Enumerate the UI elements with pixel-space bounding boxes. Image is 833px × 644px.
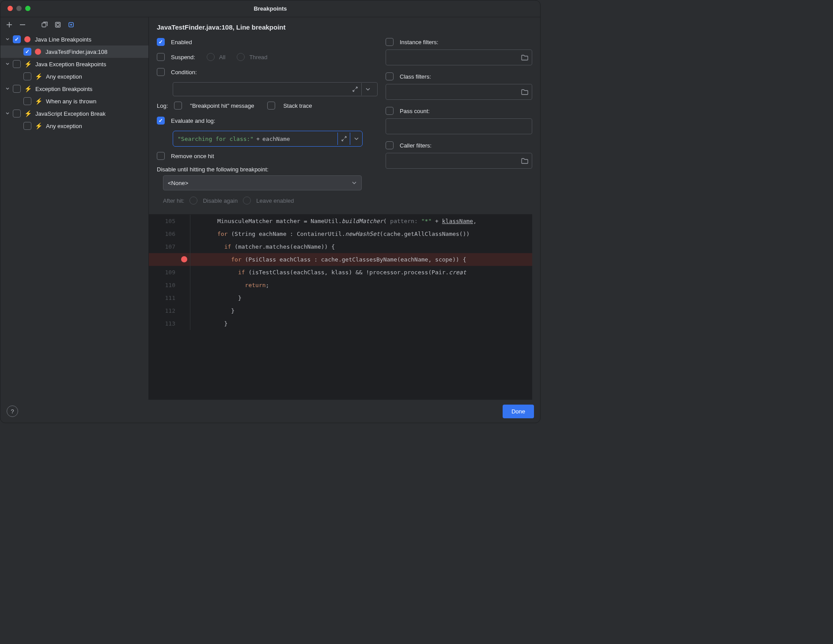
tree-checkbox[interactable] (23, 72, 31, 80)
breakpoint-tree: Java Line Breakpoints JavaTestFinder.jav… (0, 32, 148, 132)
breakpoints-sidebar: Java Line Breakpoints JavaTestFinder.jav… (0, 17, 149, 400)
line-number: 105 (149, 215, 180, 227)
instance-filters-checkbox[interactable] (386, 38, 394, 46)
close-window-button[interactable] (8, 6, 13, 11)
help-button[interactable]: ? (7, 405, 18, 417)
gutter[interactable] (180, 266, 190, 279)
zoom-window-button[interactable] (25, 6, 30, 11)
gutter[interactable] (180, 215, 190, 227)
log-bphit-checkbox[interactable] (174, 102, 182, 110)
after-hit-label: After hit: (163, 197, 184, 204)
gutter[interactable] (180, 279, 190, 292)
code-text: } (197, 292, 242, 304)
footer: ? Done (0, 400, 540, 423)
exception-bolt-icon: ⚡ (24, 85, 32, 92)
chevron-down-icon[interactable] (4, 61, 11, 68)
breakpoint-dot-icon[interactable] (181, 256, 187, 262)
tree-checkbox[interactable] (23, 97, 31, 105)
pass-count-label: Pass count: (400, 108, 430, 114)
gutter[interactable] (180, 317, 190, 330)
suspend-checkbox[interactable] (157, 53, 165, 61)
tree-group[interactable]: Java Line Breakpoints (0, 33, 148, 45)
chevron-down-icon[interactable] (4, 36, 11, 43)
add-icon[interactable] (6, 21, 13, 28)
line-number: 107 (149, 241, 180, 253)
instance-filters-label: Instance filters: (400, 39, 438, 45)
view-options-icon[interactable] (68, 21, 75, 28)
eval-identifier: eachName (262, 136, 290, 142)
log-stack-label: Stack trace (283, 102, 312, 109)
gutter[interactable] (180, 292, 190, 304)
tree-item[interactable]: ⚡ When any is thrown (0, 95, 148, 107)
tree-group-label: Exception Breakpoints (35, 86, 92, 92)
condition-input[interactable] (173, 82, 378, 96)
tree-group[interactable]: ⚡ JavaScript Exception Break (0, 107, 148, 120)
svg-rect-1 (56, 23, 61, 27)
done-button[interactable]: Done (503, 405, 534, 418)
window-controls (8, 6, 30, 11)
chevron-down-icon[interactable] (4, 110, 11, 117)
instance-filters-input[interactable] (386, 49, 532, 65)
code-text: MinusculeMatcher matcher = NameUtil.buil… (197, 215, 477, 227)
gutter[interactable] (180, 253, 190, 266)
tree-item-label: JavaTestFinder.java:108 (45, 49, 107, 55)
remove-icon[interactable] (19, 21, 26, 28)
eval-expression-input[interactable]: "Searching for class:" + eachName (173, 131, 363, 147)
caller-filters-checkbox[interactable] (386, 141, 394, 149)
enabled-checkbox[interactable] (157, 38, 165, 46)
after-hit-leave-radio[interactable] (243, 197, 251, 205)
tree-group[interactable]: ⚡ Exception Breakpoints (0, 83, 148, 95)
caller-filters-input[interactable] (386, 153, 532, 169)
folder-icon[interactable] (521, 89, 528, 95)
folder-icon[interactable] (521, 158, 528, 164)
suspend-all-radio[interactable] (207, 53, 215, 61)
folder-icon[interactable] (521, 54, 528, 61)
log-stack-checkbox[interactable] (267, 102, 275, 110)
condition-checkbox[interactable] (157, 68, 165, 76)
exception-bolt-icon: ⚡ (24, 61, 32, 68)
tree-checkbox[interactable] (13, 85, 21, 93)
eval-label: Evaluate and log: (171, 117, 215, 124)
gutter[interactable] (180, 227, 190, 240)
tree-checkbox[interactable] (13, 35, 21, 43)
code-line: 111 } (149, 292, 532, 304)
tree-checkbox[interactable] (13, 60, 21, 68)
chevron-down-icon[interactable] (4, 85, 11, 92)
disable-until-select[interactable]: <None> (163, 175, 362, 190)
class-filters-checkbox[interactable] (386, 72, 394, 80)
gutter[interactable] (180, 240, 190, 253)
group-by-file-icon[interactable] (41, 21, 48, 28)
expand-icon[interactable] (349, 83, 361, 95)
details-heading: JavaTestFinder.java:108, Line breakpoint (157, 23, 532, 31)
exception-bolt-icon: ⚡ (35, 73, 42, 80)
tree-checkbox[interactable] (23, 122, 31, 130)
suspend-thread-radio[interactable] (237, 53, 245, 61)
pass-count-input[interactable] (386, 118, 532, 134)
tree-item[interactable]: JavaTestFinder.java:108 (0, 45, 148, 58)
after-hit-disable-radio[interactable] (189, 197, 197, 205)
chevron-down-icon[interactable] (350, 133, 362, 145)
remove-once-hit-checkbox[interactable] (157, 152, 165, 160)
gutter[interactable] (180, 304, 190, 317)
breakpoint-details: JavaTestFinder.java:108, Line breakpoint… (149, 17, 540, 400)
svg-rect-0 (42, 23, 46, 27)
tree-group[interactable]: ⚡ Java Exception Breakpoints (0, 58, 148, 70)
tree-item[interactable]: ⚡ Any exception (0, 70, 148, 83)
remove-once-hit-label: Remove once hit (171, 153, 214, 159)
after-hit-disable-label: Disable again (203, 197, 238, 204)
expand-icon[interactable] (337, 133, 350, 145)
minimize-window-button[interactable] (16, 6, 22, 11)
chevron-down-icon[interactable] (361, 83, 374, 95)
tree-checkbox[interactable] (13, 110, 21, 117)
eval-checkbox[interactable] (157, 117, 165, 125)
tree-checkbox[interactable] (23, 48, 31, 56)
condition-label: Condition: (171, 69, 197, 76)
line-number: 111 (149, 292, 180, 304)
tree-item[interactable]: ⚡ Any exception (0, 120, 148, 132)
code-line: 105 MinusculeMatcher matcher = NameUtil.… (149, 215, 532, 227)
breakpoint-dot-icon (24, 36, 30, 42)
group-by-class-icon[interactable] (54, 21, 61, 28)
class-filters-input[interactable] (386, 84, 532, 100)
disable-until-label: Disable until hitting the following brea… (157, 166, 378, 173)
pass-count-checkbox[interactable] (386, 107, 394, 115)
